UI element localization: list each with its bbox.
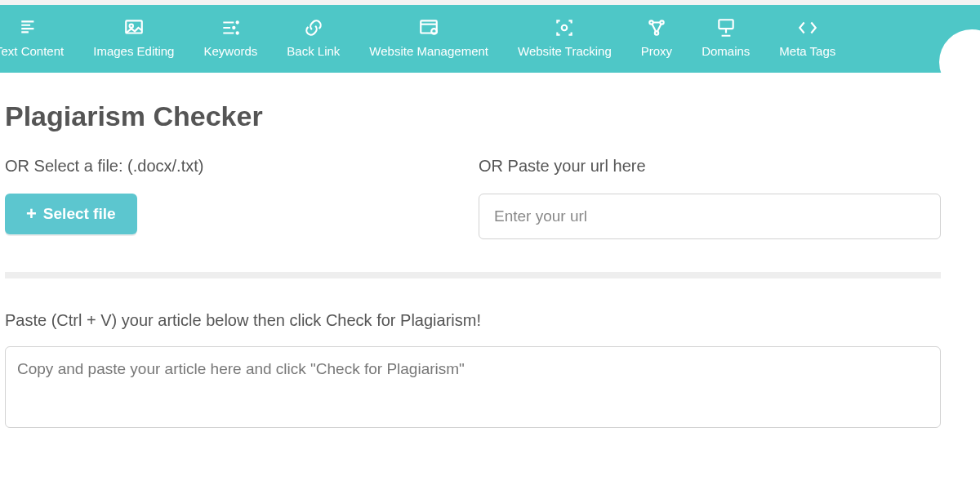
nav-label: Text Content bbox=[0, 44, 64, 58]
nav-website-tracking[interactable]: Website Tracking bbox=[514, 16, 615, 58]
svg-point-9 bbox=[660, 20, 663, 24]
nav-proxy[interactable]: Proxy bbox=[638, 16, 675, 58]
text-content-icon bbox=[18, 16, 41, 39]
svg-rect-11 bbox=[719, 20, 733, 29]
meta-tags-icon bbox=[796, 16, 819, 39]
website-tracking-icon bbox=[553, 16, 576, 39]
file-select-column: OR Select a file: (.docx/.txt) + Select … bbox=[5, 157, 446, 239]
select-file-button[interactable]: + Select file bbox=[5, 194, 137, 234]
nav-label: Back Link bbox=[287, 44, 340, 58]
nav-keywords[interactable]: Keywords bbox=[200, 16, 261, 58]
url-input-column: OR Paste your url here bbox=[479, 157, 980, 239]
nav-website-management[interactable]: Website Management bbox=[366, 16, 492, 58]
nav-label: Website Management bbox=[369, 44, 488, 58]
nav-label: Website Tracking bbox=[518, 44, 612, 58]
nav-back-link[interactable]: Back Link bbox=[283, 16, 343, 58]
page-title: Plagiarism Checker bbox=[5, 100, 980, 132]
images-editing-icon bbox=[122, 16, 145, 39]
svg-point-2 bbox=[237, 21, 238, 23]
svg-point-3 bbox=[234, 27, 235, 29]
nav-label: Keywords bbox=[203, 44, 257, 58]
svg-rect-5 bbox=[421, 20, 437, 33]
nav-domains[interactable]: Domains bbox=[698, 16, 753, 58]
article-textarea[interactable] bbox=[5, 346, 941, 428]
nav-label: Images Editing bbox=[93, 44, 174, 58]
nav-images-editing[interactable]: Images Editing bbox=[90, 16, 177, 58]
svg-point-4 bbox=[237, 32, 238, 33]
svg-point-8 bbox=[649, 20, 653, 24]
svg-point-6 bbox=[431, 29, 437, 34]
main-nav: Text Content Images Editing Keywords Bac… bbox=[0, 5, 980, 73]
plus-icon: + bbox=[26, 205, 37, 223]
url-input[interactable] bbox=[479, 194, 941, 239]
nav-label: Proxy bbox=[641, 44, 672, 58]
keywords-icon bbox=[219, 16, 242, 39]
nav-label: Meta Tags bbox=[779, 44, 835, 58]
back-link-icon bbox=[302, 16, 325, 39]
website-management-icon bbox=[417, 16, 440, 39]
file-select-label: OR Select a file: (.docx/.txt) bbox=[5, 157, 446, 176]
select-file-button-label: Select file bbox=[43, 205, 116, 223]
nav-meta-tags[interactable]: Meta Tags bbox=[776, 16, 839, 58]
nav-label: Domains bbox=[702, 44, 750, 58]
section-divider bbox=[5, 272, 941, 278]
main-content: Plagiarism Checker OR Select a file: (.d… bbox=[0, 73, 980, 431]
nav-text-content[interactable]: Text Content bbox=[0, 16, 67, 58]
url-input-label: OR Paste your url here bbox=[479, 157, 941, 176]
input-options-row: OR Select a file: (.docx/.txt) + Select … bbox=[5, 157, 980, 239]
svg-point-7 bbox=[562, 25, 568, 31]
article-paste-label: Paste (Ctrl + V) your article below then… bbox=[5, 311, 980, 330]
svg-point-10 bbox=[655, 31, 658, 34]
svg-point-1 bbox=[129, 24, 132, 28]
proxy-icon bbox=[645, 16, 668, 39]
domains-icon bbox=[715, 16, 737, 39]
